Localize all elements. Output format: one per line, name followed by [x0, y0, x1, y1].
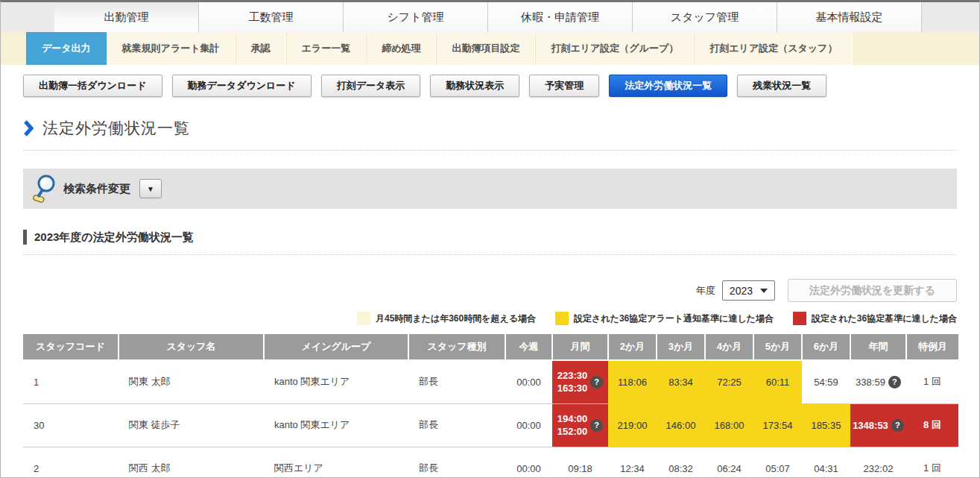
cell-2-months: 118:06 [608, 360, 657, 403]
cell-values: 223:30163:30 [557, 369, 587, 394]
attendance-book-bulk-download-button[interactable]: 出勤簿一括ダウンロード [23, 75, 162, 97]
main-nav: 出勤管理工数管理シフト管理休暇・申請管理スタッフ管理基本情報設定 [1, 2, 979, 32]
value-limit: 152:00 [557, 425, 587, 438]
caret-down-icon: ▼ [147, 185, 154, 193]
cell-6-months: 54:59 [802, 360, 850, 403]
cell-staff-code: 2 [23, 447, 118, 478]
legend-label-1: 設定された36協定アラート通知基準に達した場合 [574, 312, 774, 325]
tab-leave-application-management[interactable]: 休暇・申請管理 [488, 2, 633, 32]
section-title: 2023年度の法定外労働状況一覧 [34, 230, 194, 245]
tab-attendance-management[interactable]: 出勤管理 [54, 2, 199, 32]
cell-monthly: 223:30163:30? [552, 360, 608, 403]
column-header-main-group: メイングループ [264, 334, 408, 360]
cell-content: 194:00152:00? [552, 412, 608, 438]
cell-4-months: 72:25 [705, 360, 753, 403]
subnav-item-error-list[interactable]: エラー一覧 [286, 32, 367, 65]
cell-3-months: 08:32 [657, 447, 705, 478]
work-status-display-button[interactable]: 勤務状況表示 [430, 75, 519, 97]
cell-value: 338:59 [856, 377, 885, 388]
column-header-staff-type: スタッフ種別 [408, 334, 505, 360]
cell-this-week: 00:00 [505, 403, 552, 447]
column-header-4-months: 4か月 [705, 334, 753, 360]
year-select-value: 2023 [730, 285, 753, 297]
column-header-staff-code: スタッフコード [23, 334, 118, 360]
nav-left-spacer [1, 2, 54, 32]
cell-monthly: 194:00152:00? [552, 403, 608, 447]
title-chevron-icon [23, 120, 34, 136]
clock-data-display-button[interactable]: 打刻データ表示 [321, 75, 421, 97]
subnav-item-clock-area-settings-staff[interactable]: 打刻エリア設定（スタッフ） [694, 32, 853, 65]
cell-main-group: kanto 関東エリア [264, 403, 408, 447]
legend-item-0: 月45時間または年360時間を超える場合 [357, 312, 536, 325]
search-condition-bar[interactable]: 検索条件変更 ▼ [23, 169, 957, 209]
work-data-download-button[interactable]: 勤務データダウンロード [172, 75, 312, 97]
help-icon[interactable]: ? [590, 419, 603, 432]
nav-right-spacer [922, 2, 979, 32]
column-header-special-month: 特例月 [906, 334, 958, 360]
cell-content: 223:30163:30? [552, 369, 608, 394]
cell-staff-name: 関西 太郎 [118, 447, 264, 478]
year-label: 年度 [696, 284, 715, 298]
column-header-this-week: 今週 [505, 334, 552, 360]
column-header-staff-name: スタッフ名 [118, 334, 264, 360]
cell-4-months: 06:24 [705, 447, 753, 478]
year-controls: 年度 2023 法定外労働状況を更新する [23, 279, 957, 302]
overtime-status-list-button[interactable]: 残業状況一覧 [737, 75, 826, 97]
toolbar: 出勤簿一括ダウンロード勤務データダウンロード打刻データ表示勤務状況表示予実管理法… [1, 65, 979, 104]
tab-staff-management[interactable]: スタッフ管理 [633, 2, 777, 32]
cell-staff-code: 1 [23, 360, 118, 403]
search-toggle-button[interactable]: ▼ [139, 179, 162, 198]
table-row: 1関東 太郎kanto 関東エリア部長00:00223:30163:30?118… [23, 360, 958, 403]
update-overtime-status-button[interactable]: 法定外労働状況を更新する [788, 279, 957, 302]
legend-item-1: 設定された36協定アラート通知基準に達した場合 [555, 312, 774, 325]
cell-main-group: 関西エリア [264, 447, 408, 478]
legend-swatch-2 [793, 312, 806, 325]
column-header-2-months: 2か月 [608, 334, 657, 360]
subnav-item-closing-process[interactable]: 締め処理 [366, 32, 436, 65]
search-icon [31, 174, 59, 204]
cell-staff-name: 関東 太郎 [118, 360, 264, 403]
cell-this-week: 00:00 [505, 360, 552, 403]
subnav-item-clock-area-settings-group[interactable]: 打刻エリア設定（グループ） [535, 32, 694, 65]
subnav-item-attendance-book-item-settings[interactable]: 出勤簿項目設定 [436, 32, 535, 65]
cell-4-months: 168:00 [705, 403, 753, 447]
search-condition-label: 検索条件変更 [63, 182, 130, 196]
value-current: 194:00 [557, 412, 587, 425]
cell-5-months: 05:07 [753, 447, 802, 478]
cell-yearly: 1348:53? [850, 403, 906, 447]
column-header-yearly: 年間 [850, 334, 906, 360]
year-select[interactable]: 2023 [722, 280, 775, 301]
cell-2-months: 219:00 [608, 403, 657, 447]
sub-nav: データ出力就業規則アラート集計承認エラー一覧締め処理出勤簿項目設定打刻エリア設定… [1, 32, 979, 65]
help-icon[interactable]: ? [590, 376, 603, 389]
staff-table: スタッフコードスタッフ名メイングループスタッフ種別今週月間2か月3か月4か月5か… [23, 334, 958, 478]
cell-value: 1348:53 [853, 420, 888, 431]
help-icon[interactable]: ? [891, 419, 904, 432]
tab-basic-settings[interactable]: 基本情報設定 [777, 2, 922, 32]
legend-item-2: 設定された36協定基準に達した場合 [793, 312, 957, 325]
cell-values: 194:00152:00 [557, 412, 587, 438]
tab-man-hour-management[interactable]: 工数管理 [199, 2, 344, 32]
cell-content: 338:59? [850, 376, 906, 389]
column-header-6-months: 6か月 [802, 334, 850, 360]
value-limit: 163:30 [557, 382, 587, 394]
app-window: 出勤管理工数管理シフト管理休暇・申請管理スタッフ管理基本情報設定 データ出力就業… [0, 0, 980, 478]
cell-yearly: 232:02 [850, 447, 906, 478]
column-header-monthly: 月間 [552, 334, 608, 360]
help-icon[interactable]: ? [888, 376, 901, 389]
page-title: 法定外労働状況一覧 [42, 118, 190, 139]
cell-yearly: 338:59? [850, 360, 906, 403]
plan-actual-management-button[interactable]: 予実管理 [529, 75, 599, 97]
subnav-item-work-rule-alert-summary[interactable]: 就業規則アラート集計 [107, 32, 235, 65]
cell-staff-name: 関東 徒歩子 [118, 403, 264, 447]
tab-shift-management[interactable]: シフト管理 [344, 2, 488, 32]
cell-6-months: 04:31 [802, 447, 850, 478]
cell-monthly: 09:18 [552, 447, 608, 478]
subnav-item-approval[interactable]: 承認 [235, 32, 286, 65]
subnav-item-data-export[interactable]: データ出力 [26, 32, 107, 65]
cell-special-month: 1 回 [906, 360, 958, 403]
statutory-overtime-status-list-button[interactable]: 法定外労働状況一覧 [609, 75, 727, 97]
cell-staff-type: 部長 [408, 447, 505, 478]
legend-label-0: 月45時間または年360時間を超える場合 [376, 312, 536, 325]
cell-6-months: 185:35 [802, 403, 850, 447]
